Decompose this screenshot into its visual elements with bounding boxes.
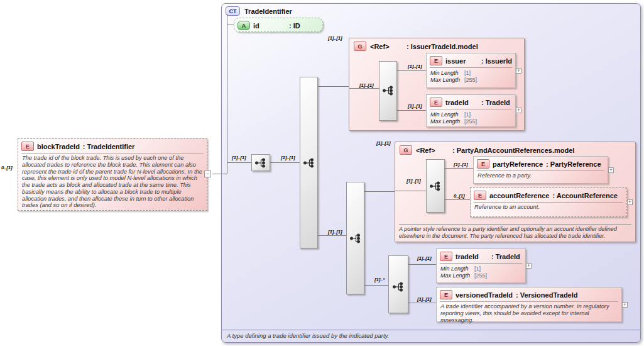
complex-type-badge: CT (226, 6, 240, 16)
group-badge: G (400, 145, 412, 155)
sequence-icon (429, 181, 442, 191)
element-name: tradeId (445, 99, 478, 106)
element-name: blockTradeId (37, 143, 80, 150)
cardinality-label: 0..[1] (1, 165, 12, 170)
element-block-trade-id[interactable]: E blockTradeId : TradeIdentifier The tra… (18, 138, 207, 211)
facet-max-length: Max Length [255] (440, 272, 521, 279)
connector-line (397, 70, 426, 71)
connector-line (364, 285, 388, 286)
element-doc: Reference to an account. (471, 203, 626, 211)
element-doc: A trade identifier accompanied by a vers… (437, 302, 621, 323)
choice-compositor-bottom[interactable] (388, 255, 408, 313)
group-type: : IssuerTradeId.model (407, 43, 478, 50)
attribute-name: id (253, 22, 286, 30)
sequence-compositor-party-group[interactable] (426, 159, 445, 213)
connector-line (227, 14, 227, 174)
connector-line (395, 191, 426, 191)
facet-min-length: Min Length [1] (440, 265, 521, 272)
group-header: G <Ref> : IssuerTradeId.model (354, 42, 478, 51)
element-type: : TradeIdentifier (83, 143, 135, 150)
choice-icon (392, 282, 405, 292)
sequence-compositor-party-branch[interactable] (346, 182, 364, 294)
choice-icon (303, 158, 315, 168)
connector-line (445, 199, 470, 200)
element-name: issuer (445, 57, 478, 65)
group-badge: G (354, 42, 366, 51)
element-name: partyReference (493, 160, 543, 168)
expand-button[interactable]: + (516, 108, 521, 113)
cardinality-label: [1]..[1] (328, 35, 342, 41)
connector-line (397, 110, 426, 111)
group-name: <Ref> (370, 43, 403, 50)
element-party-reference[interactable]: E partyReference : PartyReference Refere… (473, 156, 608, 184)
schema-diagram-canvas: CT TradeIdentifier A type defining a tra… (0, 0, 644, 346)
element-trade-id-bottom[interactable]: E tradeId : TradeId Min Length [1] Max L… (436, 248, 526, 283)
group-header: G <Ref> : PartyAndAccountReferences.mode… (400, 145, 574, 155)
element-trade-id[interactable]: E tradeId : TradeId Min Length [1] Max L… (426, 94, 516, 127)
element-badge: E (477, 159, 489, 169)
cardinality-label: [1]..[1] (408, 103, 422, 109)
element-name: versionedTradeId (456, 291, 513, 299)
facet-max-length: Max Length [255] (430, 118, 511, 125)
complex-type-header: CT TradeIdentifier (226, 6, 292, 16)
element-type: : TradeId (481, 99, 510, 106)
facet-min-length: Min Length [1] (430, 70, 511, 77)
facet-min-length: Min Length [1] (430, 111, 511, 118)
cardinality-label: [1]..[1] (417, 255, 431, 261)
sequence-compositor-root[interactable] (251, 154, 270, 171)
element-name: accountReference (489, 192, 549, 199)
cardinality-label: [1]..[1] (281, 155, 295, 160)
expand-button[interactable]: + (608, 167, 614, 173)
element-badge: E (430, 56, 442, 65)
connector-line (212, 174, 227, 174)
choice-compositor-main[interactable] (300, 77, 318, 248)
connector-line (364, 191, 395, 192)
expand-button[interactable]: + (516, 68, 521, 74)
cardinality-label: [1]..[1] (376, 140, 390, 146)
element-type: : TradeId (491, 253, 520, 260)
sequence-icon (382, 86, 395, 96)
connector-line (349, 88, 379, 89)
attribute-badge: A (237, 21, 250, 30)
cardinality-label: [1]..[1] (328, 229, 342, 235)
element-account-reference[interactable]: E accountReference : AccountReference Re… (470, 187, 627, 217)
element-issuer[interactable]: E issuer : IssuerId Min Length [1] Max L… (426, 53, 516, 88)
element-type: : AccountReference (552, 192, 618, 199)
connector-line (227, 25, 234, 25)
attribute-id[interactable]: A id : ID (234, 18, 323, 32)
expand-button[interactable]: + (526, 263, 532, 269)
connector-line (318, 235, 346, 236)
element-type: : IssuerId (481, 57, 512, 65)
element-badge: E (21, 142, 34, 151)
element-doc: The trade id of the block trade. This is… (18, 153, 207, 209)
collapse-button[interactable]: − (204, 170, 211, 177)
connector-line (445, 168, 473, 169)
cardinality-label: [1]..[1] (454, 162, 467, 167)
element-badge: E (474, 191, 486, 200)
group-name: <Ref> (416, 147, 449, 154)
cardinality-label: 0..[1] (454, 193, 464, 199)
facet-max-length: Max Length [255] (430, 77, 511, 84)
complex-type-doc: A type defining a trade identifier issue… (222, 330, 640, 342)
cardinality-label: [1]..[1] (359, 82, 373, 88)
complex-type-title: TradeIdentifier (244, 8, 292, 15)
element-type: : PartyReference (546, 160, 601, 168)
connector-line (318, 86, 349, 87)
connector-line (270, 162, 300, 163)
element-badge: E (440, 290, 452, 299)
expand-button[interactable]: + (622, 302, 628, 308)
sequence-compositor-issuer-group[interactable] (379, 61, 397, 121)
element-versioned-trade-id[interactable]: E versionedTradeId : VersionedTradeId A … (436, 287, 622, 322)
element-doc: Reference to a party. (474, 171, 608, 179)
cardinality-label: [1]..[1] (417, 296, 431, 302)
cardinality-label: [1]..[1] (408, 64, 422, 69)
sequence-icon (349, 233, 362, 243)
element-name: tradeId (456, 253, 488, 260)
sequence-icon (254, 158, 267, 168)
expand-button[interactable]: + (627, 199, 633, 205)
element-badge: E (440, 252, 452, 261)
attribute-type: : ID (289, 22, 300, 30)
connector-line (227, 162, 251, 163)
cardinality-label: [1]..* (374, 277, 385, 282)
cardinality-label: [1]..[1] (232, 155, 246, 160)
